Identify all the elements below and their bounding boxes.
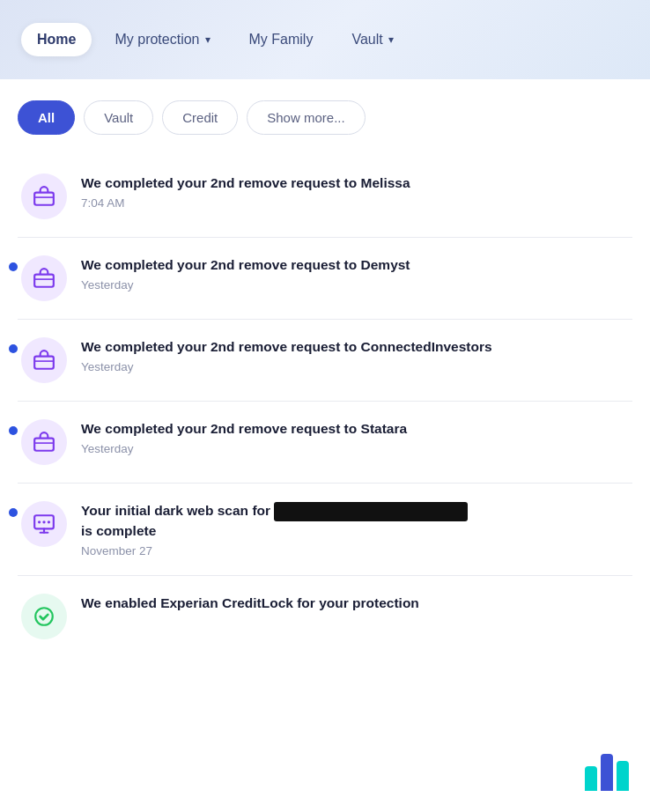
svg-rect-6: [34, 439, 54, 451]
svg-rect-0: [34, 193, 54, 205]
briefcase-icon: [33, 431, 55, 454]
notification-item[interactable]: We completed your 2nd remove request to …: [18, 156, 632, 238]
main-content: All Vault Credit Show more... We complet…: [0, 79, 650, 812]
filter-row: All Vault Credit Show more...: [18, 100, 632, 135]
nav-my-family[interactable]: My Family: [233, 23, 329, 56]
notif-content: Your initial dark web scan for is comple…: [81, 501, 629, 557]
chart-bar-2: [601, 754, 613, 791]
notif-text: We completed your 2nd remove request to …: [81, 419, 629, 439]
notif-icon-wrap: [21, 337, 67, 383]
svg-rect-2: [34, 275, 54, 287]
notification-item[interactable]: We completed your 2nd remove request to …: [18, 402, 632, 484]
svg-rect-4: [34, 357, 54, 369]
notif-text: We completed your 2nd remove request to …: [81, 337, 629, 357]
nav-my-protection[interactable]: My protection ▾: [99, 23, 225, 56]
notif-time: November 27: [81, 544, 629, 557]
nav-home[interactable]: Home: [21, 23, 92, 56]
chevron-down-icon: ▾: [388, 33, 394, 46]
svg-point-9: [38, 520, 41, 523]
notif-icon-wrap: [21, 255, 67, 301]
notif-icon-wrap: [21, 419, 67, 465]
unread-indicator: [9, 344, 18, 353]
notification-item[interactable]: We completed your 2nd remove request to …: [18, 238, 632, 320]
check-circle-icon: [33, 605, 55, 628]
notif-text: We enabled Experian CreditLock for your …: [81, 594, 629, 613]
notif-icon-wrap: [21, 594, 67, 639]
notif-content: We completed your 2nd remove request to …: [81, 419, 629, 455]
briefcase-icon: [33, 267, 55, 290]
notification-item[interactable]: We completed your 2nd remove request to …: [18, 320, 632, 402]
notif-content: We completed your 2nd remove request to …: [81, 337, 629, 373]
notification-item[interactable]: Your initial dark web scan for is comple…: [18, 484, 632, 576]
notification-list: We completed your 2nd remove request to …: [18, 156, 632, 657]
unread-indicator: [9, 262, 18, 271]
chart-widget[interactable]: [585, 754, 629, 791]
chevron-down-icon: ▾: [205, 33, 211, 46]
redacted-content: [274, 502, 468, 521]
header: Home My protection ▾ My Family Vault ▾: [0, 0, 650, 79]
notif-content: We completed your 2nd remove request to …: [81, 255, 629, 292]
notif-time: 7:04 AM: [81, 196, 629, 210]
filter-vault[interactable]: Vault: [84, 100, 153, 135]
filter-show-more[interactable]: Show more...: [247, 100, 365, 135]
notif-content: We completed your 2nd remove request to …: [81, 173, 629, 210]
notif-time: Yesterday: [81, 360, 629, 373]
briefcase-icon: [33, 185, 55, 208]
notif-time: Yesterday: [81, 442, 629, 455]
notification-item[interactable]: We enabled Experian CreditLock for your …: [18, 576, 632, 657]
notif-time: Yesterday: [81, 278, 629, 292]
filter-credit[interactable]: Credit: [162, 100, 238, 135]
notif-icon-wrap: [21, 173, 67, 219]
unread-indicator: [9, 426, 18, 435]
svg-point-12: [35, 608, 53, 625]
unread-indicator: [9, 508, 18, 517]
monitor-icon: [33, 513, 55, 535]
chart-bar-3: [617, 761, 629, 791]
nav-vault[interactable]: Vault ▾: [336, 23, 409, 56]
notif-text: Your initial dark web scan for is comple…: [81, 501, 629, 541]
notif-text: We completed your 2nd remove request to …: [81, 255, 629, 275]
notif-text: We completed your 2nd remove request to …: [81, 173, 629, 193]
svg-point-10: [42, 520, 45, 523]
filter-all[interactable]: All: [18, 100, 75, 135]
briefcase-icon: [33, 349, 55, 372]
chart-bar-1: [585, 766, 597, 791]
svg-point-11: [48, 520, 50, 523]
notif-content: We enabled Experian CreditLock for your …: [81, 594, 629, 616]
notif-icon-wrap: [21, 501, 67, 547]
